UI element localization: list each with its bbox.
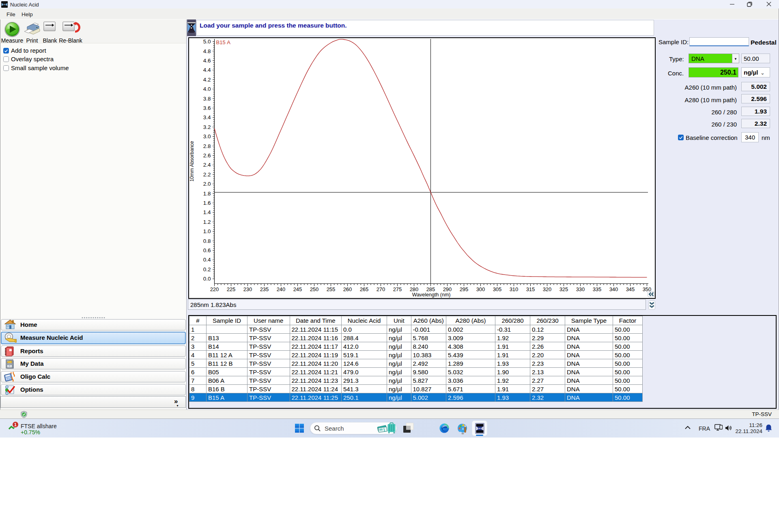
svg-text:275: 275: [393, 286, 402, 292]
svg-text:300: 300: [476, 286, 485, 292]
svg-text:2.0: 2.0: [203, 181, 211, 187]
svg-text:230: 230: [243, 286, 252, 292]
svg-text:4.4: 4.4: [203, 67, 211, 73]
svg-text:2.8: 2.8: [203, 143, 211, 149]
svg-text:5.0: 5.0: [203, 39, 211, 45]
svg-text:330: 330: [576, 286, 585, 292]
svg-text:1.8: 1.8: [203, 191, 211, 197]
svg-text:3.0: 3.0: [203, 133, 211, 139]
svg-text:280: 280: [410, 286, 419, 292]
svg-text:1.0: 1.0: [203, 228, 211, 234]
svg-text:340: 340: [609, 286, 618, 292]
svg-text:0.4: 0.4: [203, 257, 211, 263]
svg-text:345: 345: [626, 286, 635, 292]
svg-text:225: 225: [227, 286, 236, 292]
svg-text:220: 220: [210, 286, 219, 292]
svg-text:2.2: 2.2: [203, 172, 211, 178]
svg-text:250: 250: [310, 286, 319, 292]
svg-text:305: 305: [493, 286, 502, 292]
svg-text:260: 260: [343, 286, 352, 292]
svg-text:240: 240: [277, 286, 286, 292]
svg-text:4.8: 4.8: [203, 48, 211, 54]
svg-text:315: 315: [526, 286, 535, 292]
svg-text:4.2: 4.2: [203, 77, 211, 83]
svg-text:0.6: 0.6: [203, 247, 211, 253]
svg-text:4.6: 4.6: [203, 58, 211, 64]
svg-text:0.2: 0.2: [203, 266, 211, 272]
svg-text:Wavelength (nm): Wavelength (nm): [412, 292, 451, 298]
svg-text:2.4: 2.4: [203, 162, 211, 168]
svg-text:310: 310: [510, 286, 519, 292]
svg-text:0.8: 0.8: [203, 238, 211, 244]
svg-text:1.2: 1.2: [203, 219, 211, 225]
svg-text:4.0: 4.0: [203, 86, 211, 92]
svg-text:320: 320: [543, 286, 552, 292]
svg-text:295: 295: [460, 286, 469, 292]
svg-text:1.4: 1.4: [203, 209, 211, 215]
svg-text:335: 335: [593, 286, 602, 292]
svg-text:3.6: 3.6: [203, 105, 211, 111]
svg-text:270: 270: [377, 286, 385, 292]
svg-text:1.6: 1.6: [203, 200, 211, 206]
svg-text:265: 265: [360, 286, 369, 292]
svg-text:3.4: 3.4: [203, 114, 211, 120]
svg-text:290: 290: [443, 286, 452, 292]
svg-text:3.8: 3.8: [203, 96, 211, 102]
svg-text:325: 325: [560, 286, 568, 292]
svg-text:B15 A: B15 A: [216, 39, 231, 45]
svg-text:0.0: 0.0: [203, 276, 211, 282]
svg-text:255: 255: [327, 286, 336, 292]
svg-text:235: 235: [260, 286, 269, 292]
svg-text:285: 285: [426, 286, 435, 292]
svg-text:10mm Absorbance: 10mm Absorbance: [189, 141, 195, 181]
svg-text:245: 245: [293, 286, 302, 292]
svg-text:3.2: 3.2: [203, 124, 211, 130]
svg-text:2.6: 2.6: [203, 152, 211, 159]
